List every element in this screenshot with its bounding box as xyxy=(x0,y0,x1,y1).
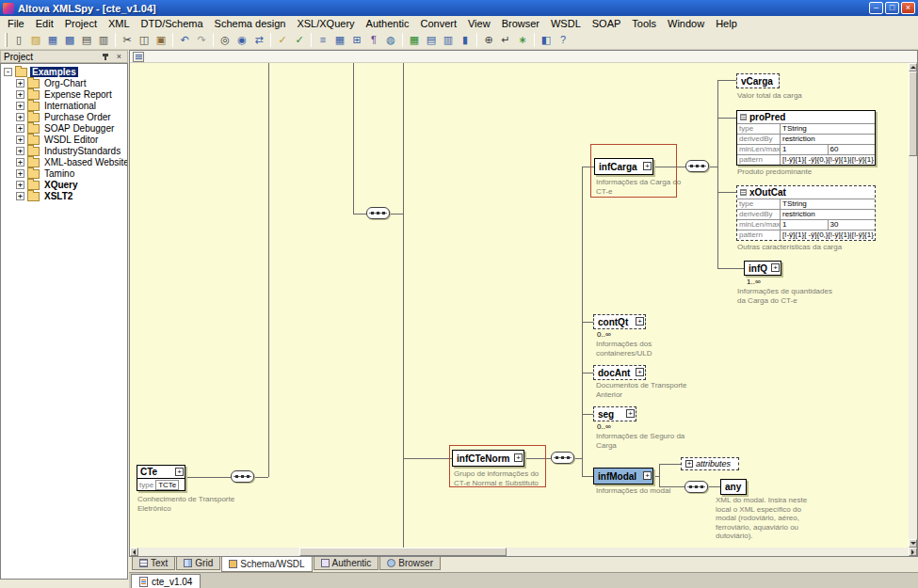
project-item-label[interactable]: WSDL Editor xyxy=(42,135,100,145)
sequence-compositor-icon[interactable] xyxy=(684,481,708,493)
expand-icon[interactable]: + xyxy=(16,158,24,167)
find-button[interactable]: ◎ xyxy=(217,32,234,48)
expand-icon[interactable]: + xyxy=(16,135,24,144)
pin-icon[interactable] xyxy=(101,52,110,62)
element-any[interactable]: any xyxy=(720,479,747,495)
element-header[interactable]: proPred xyxy=(737,111,875,123)
expand-children-icon[interactable]: + xyxy=(643,471,652,480)
element-proPred[interactable]: proPred type TString derivedBy restricti… xyxy=(736,110,876,166)
schema-canvas[interactable]: CTe + type TCTe Conhecimento de Transpor… xyxy=(130,63,909,548)
open-file-button[interactable]: ▨ xyxy=(27,32,44,48)
scroll-left-button[interactable] xyxy=(130,548,138,556)
scroll-up-button[interactable] xyxy=(909,63,917,72)
project-item-label[interactable]: SOAP Debugger xyxy=(42,123,116,134)
expand-icon[interactable]: + xyxy=(16,169,24,178)
project-item-purchase-order[interactable]: + Purchase Order xyxy=(1,111,127,122)
save-all-button[interactable]: ▩ xyxy=(61,32,78,48)
close-button[interactable]: × xyxy=(901,2,915,14)
element-infCarga[interactable]: infCarga + xyxy=(594,158,653,175)
menu-dtd-schema[interactable]: DTD/Schema xyxy=(136,18,209,29)
project-item-wsdl-editor[interactable]: + WSDL Editor xyxy=(1,134,127,145)
element-docAnt[interactable]: docAnt + xyxy=(593,365,646,380)
project-item-label[interactable]: XML-based Website xyxy=(42,157,128,167)
project-item-label[interactable]: XSLT2 xyxy=(42,191,74,201)
find-next-button[interactable]: ◉ xyxy=(234,32,250,48)
expand-icon[interactable]: + xyxy=(16,192,24,200)
menu-xml[interactable]: XML xyxy=(103,18,136,29)
print-button[interactable]: ▤ xyxy=(78,32,95,48)
copy-button[interactable]: ◫ xyxy=(136,32,153,48)
document-tab-cte[interactable]: cte_v1.04 xyxy=(131,574,201,588)
tab-browser[interactable]: Browser xyxy=(379,557,441,570)
sequence-compositor-icon[interactable] xyxy=(685,160,709,172)
project-item-label[interactable]: Org-Chart xyxy=(42,78,88,88)
view-text-button[interactable]: ≡ xyxy=(314,32,331,48)
attributes-box[interactable]: + attributes xyxy=(681,457,739,470)
expand-attributes-icon[interactable]: + xyxy=(685,460,693,468)
project-tree-root[interactable]: - Examples xyxy=(1,66,127,77)
expand-children-icon[interactable]: + xyxy=(636,317,644,326)
project-item-label[interactable]: Tamino xyxy=(42,168,76,179)
expand-children-icon[interactable]: + xyxy=(514,453,523,462)
close-panel-icon[interactable]: × xyxy=(114,52,124,62)
tab-authentic[interactable]: Authentic xyxy=(314,557,379,570)
project-root-label[interactable]: Examples xyxy=(30,67,78,77)
expand-icon[interactable]: + xyxy=(16,181,24,189)
element-infQ[interactable]: infQ + xyxy=(744,261,781,276)
sequence-compositor-icon[interactable] xyxy=(231,470,254,483)
redo-button[interactable]: ↷ xyxy=(193,32,210,48)
zoom-button[interactable]: ⊕ xyxy=(480,32,497,48)
insert-column-button[interactable]: ▮ xyxy=(457,32,474,48)
menu-project[interactable]: Project xyxy=(59,18,103,29)
menu-help[interactable]: Help xyxy=(710,18,743,29)
menu-wsdl[interactable]: WSDL xyxy=(545,18,587,29)
project-item-soap-debugger[interactable]: + SOAP Debugger xyxy=(1,122,127,134)
scrollbar-thumb[interactable] xyxy=(299,548,507,556)
scrollbar-thumb[interactable] xyxy=(909,72,917,156)
expand-children-icon[interactable]: + xyxy=(771,263,780,272)
insert-row-button[interactable]: ▤ xyxy=(423,32,440,48)
menu-window[interactable]: Window xyxy=(662,18,710,29)
project-item-expense-report[interactable]: + Expense Report xyxy=(1,88,127,100)
expand-icon[interactable]: + xyxy=(16,79,24,87)
scroll-right-button[interactable] xyxy=(909,548,917,556)
view-grid-button[interactable]: ▦ xyxy=(331,32,348,48)
menu-view[interactable]: View xyxy=(462,18,496,29)
undo-button[interactable]: ↶ xyxy=(176,32,193,48)
menu-schema-design[interactable]: Schema design xyxy=(209,18,292,29)
menu-xsl-xquery[interactable]: XSL/XQuery xyxy=(291,18,360,29)
scroll-down-button[interactable] xyxy=(909,539,917,548)
project-item-label[interactable]: IndustryStandards xyxy=(42,146,122,156)
expand-icon[interactable]: + xyxy=(16,102,24,110)
sequence-compositor-icon[interactable] xyxy=(366,207,390,219)
element-infModal[interactable]: infModal + xyxy=(593,468,653,485)
expand-icon[interactable]: + xyxy=(16,90,24,99)
project-item-label[interactable]: Purchase Order xyxy=(42,112,113,122)
expand-children-icon[interactable]: + xyxy=(175,468,184,476)
collapse-icon[interactable]: - xyxy=(4,68,12,76)
element-header[interactable]: xOutCat xyxy=(737,186,875,199)
element-infCTeNorm[interactable]: infCTeNorm + xyxy=(452,450,524,467)
table-view-button[interactable]: ▦ xyxy=(406,32,423,48)
project-item-international[interactable]: + International xyxy=(1,100,127,111)
project-item-xquery[interactable]: + XQuery xyxy=(1,179,127,190)
expand-icon[interactable]: + xyxy=(16,124,24,133)
word-wrap-button[interactable]: ↵ xyxy=(497,32,514,48)
paste-button[interactable]: ▣ xyxy=(153,32,169,48)
view-browser-button[interactable]: ◍ xyxy=(382,32,399,48)
settings-button[interactable]: ∗ xyxy=(514,32,531,48)
menu-browser[interactable]: Browser xyxy=(496,18,545,29)
menu-soap[interactable]: SOAP xyxy=(587,18,627,29)
expand-children-icon[interactable]: + xyxy=(626,409,635,418)
project-item-tamino[interactable]: + Tamino xyxy=(1,167,127,179)
sequence-compositor-icon[interactable] xyxy=(551,452,574,464)
expand-icon[interactable]: + xyxy=(16,147,24,155)
expand-children-icon[interactable]: + xyxy=(636,368,644,376)
menu-edit[interactable]: Edit xyxy=(30,18,59,29)
project-item-xml-based-website[interactable]: + XML-based Website xyxy=(1,156,127,167)
expand-children-icon[interactable]: + xyxy=(643,162,652,170)
print-preview-button[interactable]: ▥ xyxy=(95,32,112,48)
toolbar-grip[interactable] xyxy=(5,33,8,47)
check-well-formed-button[interactable]: ✓ xyxy=(274,32,291,48)
project-item-label[interactable]: International xyxy=(42,101,98,111)
